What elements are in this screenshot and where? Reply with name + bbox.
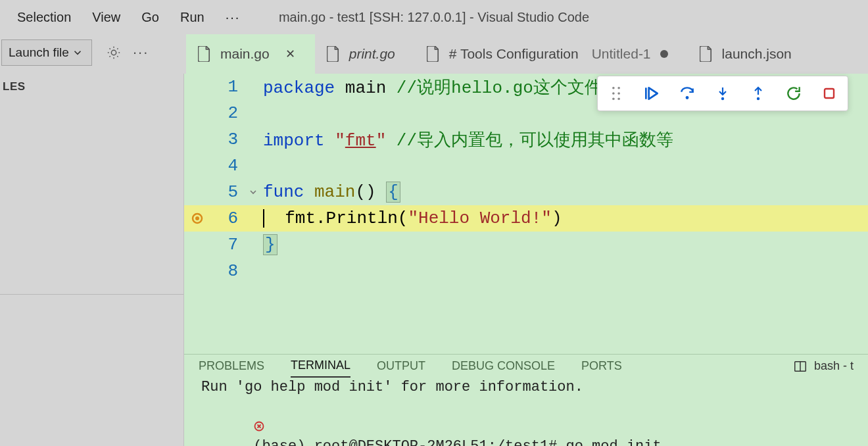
panel-tab-debug-console[interactable]: DEBUG CONSOLE xyxy=(452,355,555,377)
sidebar: LES xyxy=(0,74,184,446)
breakpoint-icon xyxy=(191,212,204,225)
svg-point-10 xyxy=(757,97,760,100)
code-editor[interactable]: 1package main //说明hello.go这个文件23import "… xyxy=(184,74,868,354)
svg-point-7 xyxy=(617,97,620,100)
menu-go[interactable]: Go xyxy=(131,6,170,29)
tab-print-go[interactable]: print.go xyxy=(315,34,415,74)
tab-tools-config[interactable]: # Tools Configuration Untitled-1 xyxy=(415,34,688,74)
svg-point-8 xyxy=(686,96,689,99)
fold-gutter[interactable] xyxy=(243,187,263,197)
tab-label: launch.json xyxy=(722,46,792,62)
code-line[interactable]: 7} xyxy=(184,232,868,258)
close-icon[interactable]: ✕ xyxy=(285,47,295,61)
svg-point-9 xyxy=(721,97,724,100)
line-number: 5 xyxy=(210,182,243,202)
panel-tab-output[interactable]: OUTPUT xyxy=(377,355,425,377)
tab-launch-json[interactable]: launch.json xyxy=(688,34,811,74)
svg-point-3 xyxy=(617,87,620,89)
line-number: 4 xyxy=(210,156,243,176)
step-over-button[interactable] xyxy=(678,84,696,103)
code-content[interactable]: package main //说明hello.go这个文件 xyxy=(263,76,602,99)
gear-icon[interactable] xyxy=(107,39,121,66)
code-line[interactable]: 3import "fmt" //导入内置包，可以使用其中函数等 xyxy=(184,126,868,153)
code-content[interactable]: } xyxy=(263,235,277,255)
menu-view[interactable]: View xyxy=(82,6,131,29)
chevron-down-icon xyxy=(248,187,258,197)
step-into-button[interactable] xyxy=(713,84,732,103)
file-icon xyxy=(427,46,440,62)
menu-more-icon[interactable]: ··· xyxy=(215,6,251,29)
svg-rect-11 xyxy=(825,89,834,98)
code-line[interactable]: 5func main() { xyxy=(184,179,868,205)
dirty-indicator-icon xyxy=(660,50,668,58)
code-content[interactable]: func main() { xyxy=(263,182,400,202)
sidebar-heading: LES xyxy=(0,74,183,100)
tab-main-go[interactable]: main.go ✕ xyxy=(186,34,315,74)
bottom-panel: PROBLEMS TERMINAL OUTPUT DEBUG CONSOLE P… xyxy=(184,354,868,446)
tab-label: # Tools Configuration xyxy=(449,46,579,62)
panel-tab-terminal[interactable]: TERMINAL xyxy=(291,355,350,378)
menu-selection[interactable]: Selection xyxy=(7,6,82,29)
line-number: 8 xyxy=(210,261,243,281)
debug-side-controls: Launch file ··· xyxy=(0,34,184,74)
code-line[interactable]: 4 xyxy=(184,153,868,179)
svg-point-1 xyxy=(195,216,199,220)
window-title: main.go - test1 [SSH: 127.0.0.1] - Visua… xyxy=(279,10,589,25)
line-number: 6 xyxy=(210,209,243,228)
code-line[interactable]: 8 xyxy=(184,258,868,284)
terminal-selector[interactable]: bash - t xyxy=(793,359,854,374)
code-content[interactable]: import "fmt" //导入内置包，可以使用其中函数等 xyxy=(263,128,673,151)
menu-bar: Selection View Go Run ··· main.go - test… xyxy=(0,0,868,34)
svg-point-4 xyxy=(612,92,615,95)
svg-point-6 xyxy=(612,97,615,100)
more-icon[interactable]: ··· xyxy=(133,39,149,66)
restart-button[interactable] xyxy=(784,84,803,103)
debug-toolbar[interactable] xyxy=(597,76,848,111)
editor-tabs: main.go ✕ print.go # Tools Configuration… xyxy=(184,34,868,74)
svg-point-5 xyxy=(617,92,620,95)
line-number: 1 xyxy=(210,77,243,97)
panel-tab-ports[interactable]: PORTS xyxy=(581,355,622,377)
panel-tabs: PROBLEMS TERMINAL OUTPUT DEBUG CONSOLE P… xyxy=(184,355,868,378)
file-icon xyxy=(700,46,713,62)
code-content[interactable]: fmt.Println("Hello World!") xyxy=(263,209,562,228)
terminal-name: bash - t xyxy=(814,359,854,373)
chevron-down-icon xyxy=(72,47,84,59)
file-icon xyxy=(198,46,211,62)
code-line[interactable]: 6 fmt.Println("Hello World!") xyxy=(184,205,868,232)
line-number: 3 xyxy=(210,130,243,149)
stop-button[interactable] xyxy=(820,84,838,103)
file-icon xyxy=(327,46,340,62)
breakpoint-gutter[interactable] xyxy=(184,212,210,225)
menu-run[interactable]: Run xyxy=(170,6,215,29)
tab-label: print.go xyxy=(349,46,395,62)
step-out-button[interactable] xyxy=(749,84,767,103)
toolbar-row: Launch file ··· main.go ✕ print.go xyxy=(0,34,868,74)
line-number: 7 xyxy=(210,235,243,255)
svg-point-2 xyxy=(612,87,615,89)
line-number: 2 xyxy=(210,103,243,123)
terminal-line: (base) root@DESKTOP-2M26L51:/test1# go m… xyxy=(201,397,851,446)
sidebar-divider xyxy=(0,294,183,295)
launch-config-label: Launch file xyxy=(9,45,69,60)
continue-button[interactable] xyxy=(642,84,661,103)
tab-suffix: Untitled-1 xyxy=(592,46,651,62)
tab-label: main.go xyxy=(220,46,270,62)
split-panel-icon xyxy=(793,359,808,374)
panel-tab-problems[interactable]: PROBLEMS xyxy=(199,355,264,377)
error-icon xyxy=(253,420,265,432)
terminal-line: Run 'go help mod init' for more informat… xyxy=(201,378,851,397)
terminal[interactable]: Run 'go help mod init' for more informat… xyxy=(184,378,868,446)
drag-grip-icon[interactable] xyxy=(607,84,625,103)
terminal-text: (base) root@DESKTOP-2M26L51:/test1# go m… xyxy=(253,438,662,446)
launch-config-dropdown[interactable]: Launch file xyxy=(1,39,92,66)
